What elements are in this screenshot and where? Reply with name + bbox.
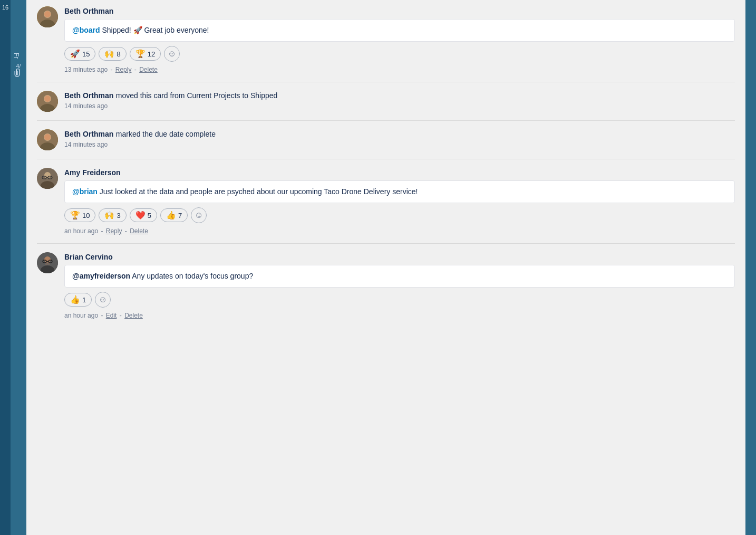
reaction-trophy-1[interactable]: 🏆 12: [130, 47, 161, 61]
reaction-count: 3: [117, 212, 120, 219]
time-display: 16: [0, 0, 11, 15]
reaction-hands-1[interactable]: 🙌 8: [99, 47, 126, 61]
add-reaction-button-3[interactable]: ☺: [95, 292, 111, 308]
reaction-trophy-2[interactable]: 🏆 10: [64, 208, 95, 222]
timestamp-3: an hour ago: [64, 312, 98, 319]
sidebar-label-fr: Fr: [11, 0, 21, 61]
reaction-emoji: 🙌: [104, 49, 114, 59]
reaction-emoji: 👍: [166, 211, 176, 220]
svg-point-19: [44, 256, 51, 263]
activity-item-moved: Beth Orthman moved this card from Curren…: [37, 91, 735, 121]
author-name-1: Beth Orthman: [64, 7, 113, 15]
author-name-duedate: Beth Orthman: [64, 130, 113, 138]
mention-3: @amyfreiderson: [72, 272, 130, 280]
reaction-emoji: 🏆: [135, 49, 146, 59]
reply-link-1[interactable]: Reply: [115, 66, 132, 73]
avatar-beth-1: [37, 6, 58, 27]
reaction-emoji: ❤️: [135, 211, 146, 220]
avatar-amy-1: [37, 168, 58, 189]
author-name-3: Brian Cervino: [64, 253, 113, 261]
reaction-heart-2[interactable]: ❤️ 5: [130, 208, 157, 222]
reactions-1: 🚀 15 🙌 8 🏆 12 ☺: [64, 46, 735, 62]
author-name-2: Amy Freiderson: [64, 168, 121, 177]
main-content: Beth Orthman @board Shipped! 🚀 Great job…: [26, 0, 745, 535]
action-links-2: an hour ago - Reply - Delete: [64, 227, 735, 235]
add-reaction-button-2[interactable]: ☺: [191, 207, 207, 223]
timestamp-duedate: 14 minutes ago: [64, 141, 735, 148]
avatar-brian-1: [37, 252, 58, 273]
activity-desc-moved: Beth Orthman moved this card from Curren…: [64, 91, 735, 100]
reaction-count: 12: [148, 50, 155, 58]
svg-point-3: [44, 11, 51, 17]
avatar-beth-2: [37, 91, 58, 112]
avatar-beth-3: [37, 129, 58, 150]
author-line-3: Brian Cervino: [64, 252, 735, 262]
comment-body-1: Beth Orthman @board Shipped! 🚀 Great job…: [64, 6, 735, 73]
comment-box-1: @board Shipped! 🚀 Great job everyone!: [64, 19, 735, 42]
comment-body-2: Amy Freiderson @brian Just looked at the…: [64, 168, 735, 235]
reaction-count: 8: [117, 50, 120, 58]
reaction-thumbsup-3[interactable]: 👍 1: [64, 293, 92, 307]
comment-box-3: @amyfreiderson Any updates on today's fo…: [64, 265, 735, 288]
action-links-3: an hour ago - Edit - Delete: [64, 312, 735, 319]
reactions-2: 🏆 10 🙌 3 ❤️ 5 👍 7 ☺: [64, 207, 735, 223]
right-sidebar: [745, 0, 756, 535]
left-sidebar: Fr 4/: [11, 0, 26, 535]
attachment-icon: [14, 69, 22, 79]
mention-1: @board: [72, 26, 100, 34]
activity-body-moved: Beth Orthman moved this card from Curren…: [64, 91, 735, 112]
time-text: 16: [2, 4, 8, 11]
author-line-2: Amy Freiderson: [64, 168, 735, 177]
reaction-count: 5: [148, 212, 151, 219]
edit-link-3[interactable]: Edit: [106, 312, 117, 319]
delete-link-2[interactable]: Delete: [130, 227, 148, 235]
reaction-count: 1: [82, 296, 86, 304]
reply-link-2[interactable]: Reply: [106, 227, 122, 235]
comment-text-3: Any updates on today's focus group?: [130, 272, 253, 280]
svg-point-7: [44, 95, 51, 102]
delete-link-1[interactable]: Delete: [139, 66, 158, 73]
reaction-count: 7: [178, 212, 182, 219]
author-line-1: Beth Orthman: [64, 6, 735, 16]
comment-item-1: Beth Orthman @board Shipped! 🚀 Great job…: [37, 6, 735, 82]
reaction-emoji: 🏆: [70, 211, 80, 220]
reaction-count: 10: [82, 212, 90, 219]
activity-desc-duedate: Beth Orthman marked the due date complet…: [64, 129, 735, 139]
reaction-emoji: 🚀: [70, 49, 80, 59]
comment-text-2: Just looked at the data and people are p…: [98, 187, 418, 196]
left-sidebar-dark: 16: [0, 0, 11, 535]
comment-item-2: Amy Freiderson @brian Just looked at the…: [37, 168, 735, 244]
reaction-rocket-1[interactable]: 🚀 15: [64, 47, 95, 61]
reaction-hands-2[interactable]: 🙌 3: [99, 208, 126, 222]
author-name-moved: Beth Orthman: [64, 91, 113, 100]
action-links-1: 13 minutes ago - Reply - Delete: [64, 66, 735, 73]
activity-text-duedate: marked the due date complete: [116, 130, 216, 138]
timestamp-2: an hour ago: [64, 227, 98, 235]
svg-point-11: [44, 134, 51, 140]
mention-2: @brian: [72, 187, 98, 196]
activity-text-moved: moved this card from Current Projects to…: [116, 91, 278, 100]
timestamp-1: 13 minutes ago: [64, 66, 108, 73]
timestamp-moved: 14 minutes ago: [64, 102, 735, 110]
reactions-3: 👍 1 ☺: [64, 292, 735, 308]
comment-body-3: Brian Cervino @amyfreiderson Any updates…: [64, 252, 735, 319]
reaction-emoji: 👍: [70, 295, 80, 304]
comment-text-1: Shipped! 🚀 Great job everyone!: [100, 26, 209, 34]
comment-box-2: @brian Just looked at the data and peopl…: [64, 180, 735, 203]
reaction-thumbsup-2[interactable]: 👍 7: [160, 208, 188, 222]
reaction-count: 15: [82, 50, 90, 58]
reaction-emoji: 🙌: [104, 211, 114, 220]
delete-link-3[interactable]: Delete: [124, 312, 143, 319]
comment-item-3: Brian Cervino @amyfreiderson Any updates…: [37, 252, 735, 328]
activity-body-duedate: Beth Orthman marked the due date complet…: [64, 129, 735, 150]
add-reaction-button-1[interactable]: ☺: [164, 46, 180, 62]
activity-item-duedate: Beth Orthman marked the due date complet…: [37, 129, 735, 159]
